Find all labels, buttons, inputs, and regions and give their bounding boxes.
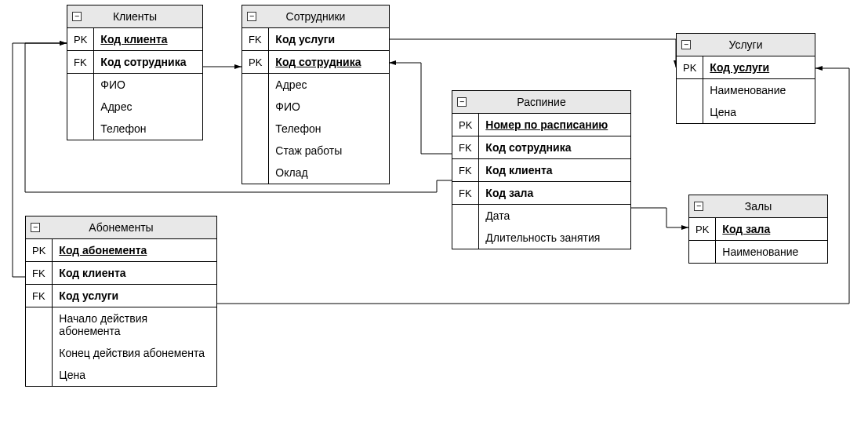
entity-title-label: Залы	[745, 200, 772, 213]
collapse-icon[interactable]: −	[681, 40, 691, 49]
field-name: Адрес	[269, 74, 389, 96]
entity-title-label: Услуги	[728, 38, 762, 51]
field-name: Код услуги	[59, 289, 118, 302]
field-name: Наименование	[716, 241, 827, 264]
field-name: Код сотрудника	[485, 141, 571, 154]
entity-rows: FKКод услуги PKКод сотрудника Адрес ФИО …	[242, 28, 389, 184]
collapse-icon[interactable]: −	[31, 223, 40, 232]
field-name: Оклад	[269, 162, 389, 184]
field-name: Начало действия абонемента	[53, 307, 216, 343]
field-name: Код клиента	[100, 33, 167, 45]
field-name: Код сотрудника	[275, 56, 361, 68]
entity-title: − Клиенты	[67, 5, 202, 28]
field-name: Цена	[53, 364, 216, 386]
field-name: Телефон	[269, 118, 389, 140]
key-col: FK	[26, 285, 53, 307]
field-name: Дата	[479, 205, 630, 227]
entity-schedule: − Распиние PKНомер по расписанию FKКод с…	[452, 90, 631, 249]
entity-title: − Распиние	[452, 91, 630, 114]
field-name: Телефон	[94, 118, 202, 140]
field-name: Код сотрудника	[100, 56, 186, 68]
entity-rows: PKКод абонемента FKКод клиента FKКод усл…	[26, 239, 216, 386]
entity-title: − Залы	[689, 195, 827, 218]
entity-rows: PKКод зала Наименование	[689, 218, 827, 263]
field-name: Стаж работы	[269, 140, 389, 162]
entity-halls: − Залы PKКод зала Наименование	[688, 195, 828, 264]
key-col: FK	[26, 262, 53, 285]
key-col: FK	[67, 51, 94, 74]
field-name: Конец действия абонемента	[53, 342, 216, 364]
entity-services: − Услуги PKКод услуги Наименование Цена	[676, 33, 815, 124]
entity-title: − Сотрудники	[242, 5, 389, 28]
field-name: Код услуги	[275, 33, 335, 45]
collapse-icon[interactable]: −	[694, 202, 703, 211]
entity-rows: PKКод услуги Наименование Цена	[677, 56, 815, 123]
entity-rows: PKКод клиента FKКод сотрудника ФИО Адрес…	[67, 28, 202, 140]
key-col: FK	[452, 159, 479, 182]
key-col: PK	[242, 51, 269, 74]
key-col: FK	[452, 182, 479, 205]
entity-title-label: Сотрудники	[286, 10, 346, 23]
key-col: PK	[26, 239, 53, 262]
entity-title: − Абонементы	[26, 216, 216, 239]
field-name: Код зала	[722, 223, 770, 235]
key-col: PK	[67, 28, 94, 51]
field-name: Код клиента	[59, 267, 125, 279]
entity-title-label: Клиенты	[113, 10, 157, 23]
field-name: Длительность занятия	[479, 227, 630, 249]
field-name: Код зала	[485, 187, 533, 199]
field-name: ФИО	[94, 74, 202, 96]
field-name: Наименование	[703, 79, 815, 102]
field-name: ФИО	[269, 96, 389, 118]
key-col: PK	[452, 114, 479, 136]
key-col: FK	[242, 28, 269, 51]
collapse-icon[interactable]: −	[247, 12, 256, 21]
field-name: Код клиента	[485, 164, 552, 176]
entity-clients: − Клиенты PKКод клиента FKКод сотрудника…	[67, 5, 203, 140]
key-col: PK	[689, 218, 716, 241]
field-name: Адрес	[94, 96, 202, 118]
entity-title: − Услуги	[677, 34, 815, 56]
entity-title-label: Абонементы	[89, 221, 153, 234]
entity-title-label: Распиние	[517, 96, 565, 108]
field-name: Номер по расписанию	[485, 118, 608, 131]
key-col: FK	[452, 136, 479, 159]
key-col: PK	[677, 56, 703, 79]
entity-rows: PKНомер по расписанию FKКод сотрудника F…	[452, 114, 630, 249]
collapse-icon[interactable]: −	[72, 12, 82, 21]
field-name: Код абонемента	[59, 244, 147, 256]
field-name: Код услуги	[710, 61, 769, 74]
field-name: Цена	[703, 101, 815, 123]
entity-subscriptions: − Абонементы PKКод абонемента FKКод клие…	[25, 216, 217, 387]
collapse-icon[interactable]: −	[457, 97, 467, 107]
entity-employees: − Сотрудники FKКод услуги PKКод сотрудни…	[242, 5, 390, 184]
